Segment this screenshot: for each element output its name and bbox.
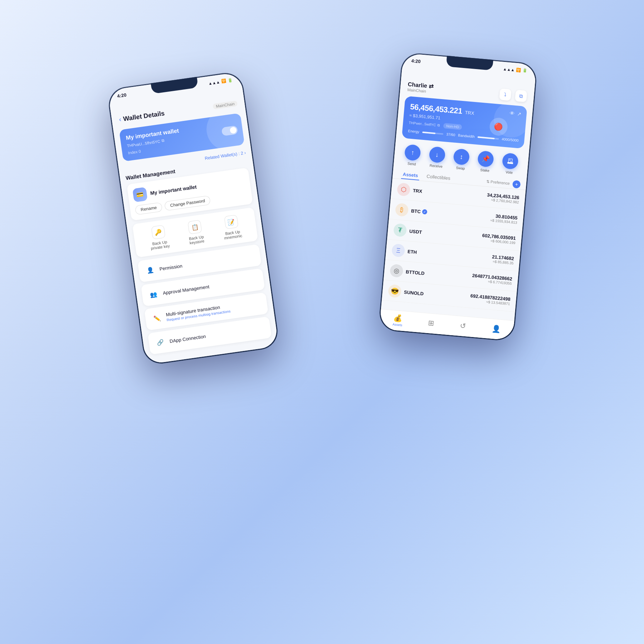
- status-icons-right: ▲▲▲ 🛜 🔋: [503, 67, 528, 73]
- dapp-icon: 🔗: [154, 336, 167, 349]
- bttold-name: BTTOLD: [406, 269, 425, 276]
- right-phone: 4:20 ▲▲▲ 🛜 🔋 Charlie ⇄ MainChain ⤵: [378, 52, 538, 342]
- backup-mnemonic[interactable]: 📝 Back Up mnemonic: [221, 214, 242, 240]
- signal-icon: ▲▲▲: [208, 79, 220, 85]
- wifi-icon-right: 🛜: [516, 68, 521, 73]
- swap-label: Swap: [456, 166, 465, 170]
- nav-assets-label: Assets: [392, 322, 402, 327]
- nav-assets-icon: 💰: [393, 313, 403, 322]
- receive-icon-btn: ↓: [429, 146, 446, 164]
- permission-icon: 👤: [144, 264, 157, 277]
- bottom-nav: 💰 Assets ⊞ ↺ 👤: [379, 309, 514, 340]
- nav-profile[interactable]: 👤: [491, 324, 501, 333]
- send-label: Send: [408, 161, 416, 166]
- receive-label: Receive: [429, 164, 443, 169]
- stake-icon-btn: 📌: [477, 151, 494, 168]
- backup-mnemonic-label: Back Up mnemonic: [223, 229, 243, 240]
- bandwidth-value: 4000/5000: [502, 137, 519, 142]
- page-title: Wallet Details: [123, 109, 165, 123]
- wallet-avatar: 💳: [132, 187, 148, 203]
- nav-discover-icon: ⊞: [428, 318, 435, 327]
- main-screen: 4:20 ▲▲▲ 🛜 🔋 Charlie ⇄ MainChain ⤵: [379, 53, 537, 341]
- vote-label: Vote: [506, 170, 513, 175]
- copy-icon[interactable]: ⧉: [161, 138, 165, 143]
- send-icon-btn: ↑: [404, 144, 421, 161]
- btc-name: BTC ✓: [411, 208, 427, 215]
- trx-logo: ⬡: [397, 182, 411, 196]
- nav-history[interactable]: ↺: [460, 321, 467, 330]
- approval-management-label: Approval Management: [162, 284, 210, 296]
- non-hd-badge: Non-HD: [443, 123, 462, 130]
- send-action[interactable]: ↑ Send: [404, 144, 421, 167]
- nav-discover[interactable]: ⊞: [428, 318, 435, 327]
- stake-label: Stake: [480, 168, 489, 172]
- energy-label: Energy: [408, 129, 420, 134]
- energy-row: Energy 37/60 Bandwidth 4000/5000: [408, 129, 519, 142]
- nav-assets[interactable]: 💰 Assets: [392, 313, 403, 327]
- backup-private-key[interactable]: 🔑 Back Up private key: [148, 224, 170, 250]
- status-time-left: 4:20: [117, 92, 127, 99]
- left-phone: 4:20 ▲▲▲ 🛜 🔋 ‹ Wallet Details MainChain: [107, 70, 280, 366]
- chain-badge-left: MainChain: [213, 100, 238, 109]
- external-link-icon[interactable]: ↗: [517, 111, 522, 117]
- scan-button[interactable]: ⤵: [499, 88, 512, 101]
- nav-profile-icon: 👤: [491, 324, 501, 333]
- signal-icon-right: ▲▲▲: [503, 67, 515, 72]
- copy-addr-icon[interactable]: ⧉: [437, 123, 440, 128]
- trx-name: TRX: [413, 187, 422, 194]
- bttold-logo: ◎: [390, 264, 404, 278]
- multisig-icon: ✏️: [151, 312, 164, 325]
- usdt-name: USDT: [409, 228, 423, 235]
- swap-icon-btn: ↕: [453, 148, 470, 166]
- swap-action[interactable]: ↕ Swap: [453, 148, 470, 171]
- btc-logo: ₿: [395, 203, 409, 217]
- stake-action[interactable]: 📌 Stake: [477, 151, 494, 173]
- usdt-logo: ₮: [393, 223, 407, 237]
- backup-keystore[interactable]: 📋 Back Up keystore: [187, 220, 205, 245]
- vote-icon-btn: 🗳: [502, 153, 519, 170]
- change-password-button[interactable]: Change Password: [164, 195, 211, 211]
- eth-logo: Ξ: [391, 244, 405, 258]
- wifi-icon: 🛜: [221, 78, 227, 84]
- nav-history-icon: ↺: [460, 321, 467, 330]
- receive-action[interactable]: ↓ Receive: [428, 146, 445, 169]
- rename-button[interactable]: Rename: [135, 202, 163, 215]
- permission-label: Permission: [159, 263, 183, 272]
- energy-bar: [422, 131, 435, 134]
- sunold-name: SUNOLD: [404, 289, 424, 296]
- status-time-right: 4:20: [411, 58, 421, 64]
- approval-icon: 👥: [147, 288, 160, 301]
- backup-key-icon: 🔑: [151, 225, 166, 240]
- battery-icon-right: 🔋: [522, 68, 528, 73]
- add-asset-button[interactable]: +: [512, 180, 521, 189]
- eth-name: ETH: [408, 249, 417, 255]
- balance-currency: TRX: [465, 110, 474, 116]
- wallet-details-screen: 4:20 ▲▲▲ 🛜 🔋 ‹ Wallet Details MainChain: [108, 72, 279, 365]
- battery-icon: 🔋: [227, 78, 233, 83]
- tab-assets[interactable]: Assets: [398, 169, 423, 181]
- vote-action[interactable]: 🗳 Vote: [501, 153, 519, 175]
- bandwidth-bar: [478, 136, 495, 139]
- sunold-logo: 😎: [388, 284, 402, 298]
- dapp-label: DApp Connection: [169, 333, 206, 344]
- backup-keystore-icon: 📋: [187, 220, 202, 234]
- back-button[interactable]: ‹: [118, 116, 122, 123]
- backup-keystore-label: Back Up keystore: [189, 234, 205, 245]
- bandwidth-label: Bandwidth: [458, 133, 475, 138]
- backup-mnemonic-icon: 📝: [224, 215, 239, 229]
- btc-verified-badge: ✓: [422, 209, 427, 214]
- backup-key-label: Back Up private key: [150, 239, 170, 250]
- preference-button[interactable]: ⇅ Preference: [486, 179, 510, 186]
- eye-icon[interactable]: 👁: [509, 110, 514, 116]
- wallet-toggle[interactable]: [221, 125, 238, 136]
- asset-list: ⬡ TRX 34,234,453.126 ≈$ 2,760,842.982 ₿: [382, 179, 526, 312]
- balance-card: 👁 ↗ 56,456,453.221 TRX ≈ $3,951,951.71 T…: [402, 96, 527, 148]
- energy-value: 37/60: [446, 132, 455, 137]
- qr-button[interactable]: ⧉: [515, 90, 527, 102]
